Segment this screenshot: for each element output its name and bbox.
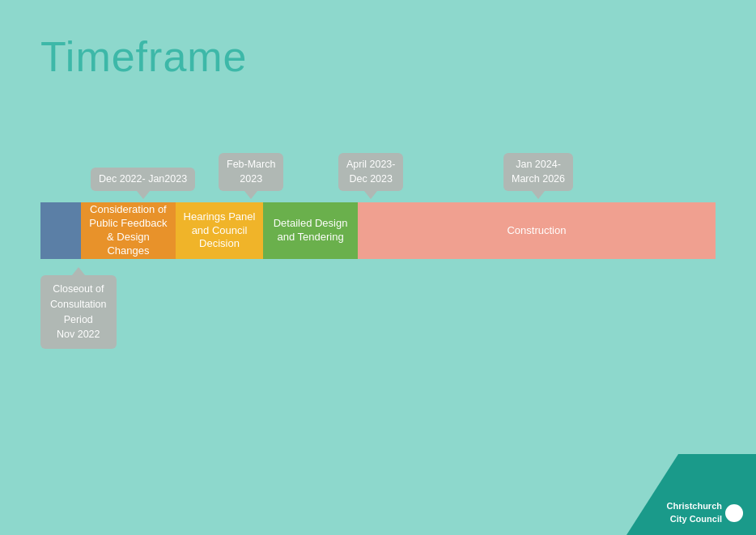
page-title: Timeframe — [40, 32, 716, 81]
logo-content: Christchurch City Council — [667, 500, 743, 525]
slide: Timeframe Dec 2022- Jan2023 Feb-March202… — [0, 0, 756, 535]
segment-orange: Consideration ofPublic Feedback& Design … — [81, 202, 176, 259]
callout-feb-march: Feb-March2023 — [219, 153, 283, 191]
callout-below-area: Closeout ofConsultationPeriodNov 2022 — [40, 259, 716, 356]
timeline-wrapper: Dec 2022- Jan2023 Feb-March2023 April 20… — [40, 146, 716, 356]
segment-blue — [40, 202, 81, 259]
callout-jan-2024: Jan 2024-March 2026 — [503, 153, 573, 191]
council-logo-icon — [725, 504, 743, 522]
corner-logo: Christchurch City Council — [626, 454, 756, 535]
segment-salmon: Construction — [358, 202, 716, 259]
timeline-bar: Consideration ofPublic Feedback& Design … — [40, 202, 716, 259]
callout-closeout: Closeout ofConsultationPeriodNov 2022 — [40, 275, 117, 349]
segment-green: Detailed Designand Tendering — [263, 202, 358, 259]
callout-dec-2022: Dec 2022- Jan2023 — [91, 168, 195, 192]
segment-yellow: Hearings Paneland CouncilDecision — [176, 202, 263, 259]
callout-april-2023: April 2023-Dec 2023 — [338, 153, 403, 191]
